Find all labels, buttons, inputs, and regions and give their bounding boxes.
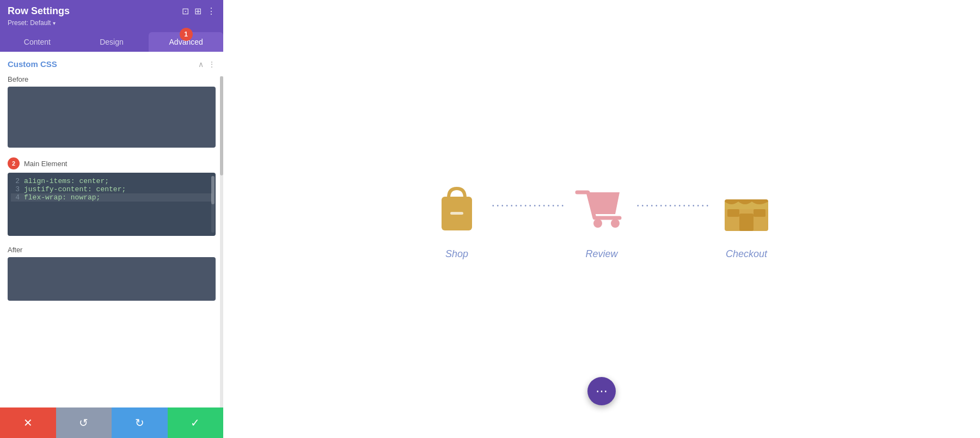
css-section-header: Custom CSS ∧ ⋮ xyxy=(8,59,216,69)
code-text-2: justify-content: center; xyxy=(24,185,126,193)
more-icon[interactable]: ⋮ xyxy=(207,6,216,16)
tab-content[interactable]: Content xyxy=(0,32,75,52)
section-menu-icon[interactable]: ⋮ xyxy=(208,60,216,69)
code-text-3: flex-wrap: nowrap; xyxy=(24,193,100,202)
main-element-css-editor[interactable]: 2 align-items: center; 3 justify-content… xyxy=(8,173,216,236)
dots-connector-2: •••••••••••••••• xyxy=(637,203,711,236)
svg-rect-6 xyxy=(739,214,754,231)
main-element-wrapper: 2 Main Element 2 align-items: center; 3 … xyxy=(8,157,216,236)
dots-connector-1: •••••••••••••••• xyxy=(492,203,566,236)
step-review: Review xyxy=(572,179,632,260)
code-line-2: 3 justify-content: center; xyxy=(11,185,212,193)
after-section: After xyxy=(8,246,216,301)
shop-icon xyxy=(427,179,487,239)
panel-footer: ✕ ↺ ↻ ✓ xyxy=(0,407,223,438)
save-button[interactable]: ✓ xyxy=(168,407,224,438)
svg-rect-1 xyxy=(450,212,463,215)
panel-body: Custom CSS ∧ ⋮ Before 2 Main Element 2 a… xyxy=(0,52,223,407)
after-label: After xyxy=(8,246,216,254)
checkout-label: Checkout xyxy=(726,248,767,260)
code-line-1: 2 align-items: center; xyxy=(11,177,212,185)
collapse-icon[interactable]: ∧ xyxy=(198,60,204,69)
steps-row: Shop •••••••••••••••• Review ••••••• xyxy=(223,157,980,282)
shop-label: Shop xyxy=(445,248,468,260)
svg-point-3 xyxy=(611,219,620,228)
main-element-label-row: 2 Main Element xyxy=(8,157,216,169)
columns-icon[interactable]: ⊞ xyxy=(194,6,201,16)
canvas-area: Shop •••••••••••••••• Review ••••••• xyxy=(223,0,980,438)
preset-label[interactable]: Preset: Default ▾ xyxy=(8,19,216,27)
panel-header: Row Settings ⊡ ⊞ ⋮ Preset: Default ▾ xyxy=(0,0,223,32)
svg-point-2 xyxy=(593,219,602,228)
code-text-1: align-items: center; xyxy=(24,177,109,185)
code-line-3: 4 flex-wrap: nowrap; xyxy=(11,193,212,202)
svg-rect-8 xyxy=(754,209,765,217)
review-icon xyxy=(572,179,632,239)
close-button[interactable]: ✕ xyxy=(0,407,56,438)
scrollbar-track[interactable] xyxy=(211,176,215,233)
step-shop: Shop xyxy=(427,179,487,260)
review-label: Review xyxy=(585,248,617,260)
panel-header-icons: ⊡ ⊞ ⋮ xyxy=(182,6,216,16)
svg-rect-7 xyxy=(727,209,739,217)
before-css-area[interactable] xyxy=(8,87,216,148)
step-checkout: Checkout xyxy=(716,179,776,260)
panel-title: Row Settings xyxy=(8,5,70,17)
redo-button[interactable]: ↻ xyxy=(112,407,168,438)
fab-button[interactable]: ⋯ xyxy=(587,377,616,405)
resize-icon[interactable]: ⊡ xyxy=(182,6,189,16)
main-element-label: Main Element xyxy=(24,160,67,168)
panel-tabs: Content Design 1 Advanced xyxy=(0,32,223,52)
tab-badge: 1 xyxy=(180,28,193,41)
undo-button[interactable]: ↺ xyxy=(56,407,112,438)
checkout-icon xyxy=(716,179,776,239)
settings-panel: Row Settings ⊡ ⊞ ⋮ Preset: Default ▾ Con… xyxy=(0,0,223,438)
tab-design[interactable]: Design xyxy=(75,32,149,52)
before-label: Before xyxy=(8,75,216,83)
css-section-title: Custom CSS xyxy=(8,59,57,69)
after-css-area[interactable] xyxy=(8,257,216,301)
main-element-badge: 2 xyxy=(8,157,20,169)
tab-advanced[interactable]: 1 Advanced xyxy=(149,32,223,52)
section-controls: ∧ ⋮ xyxy=(198,60,216,69)
scrollbar-thumb xyxy=(211,176,215,204)
dots-2: •••••••••••••••• xyxy=(637,203,711,209)
dots-1: •••••••••••••••• xyxy=(492,203,566,209)
